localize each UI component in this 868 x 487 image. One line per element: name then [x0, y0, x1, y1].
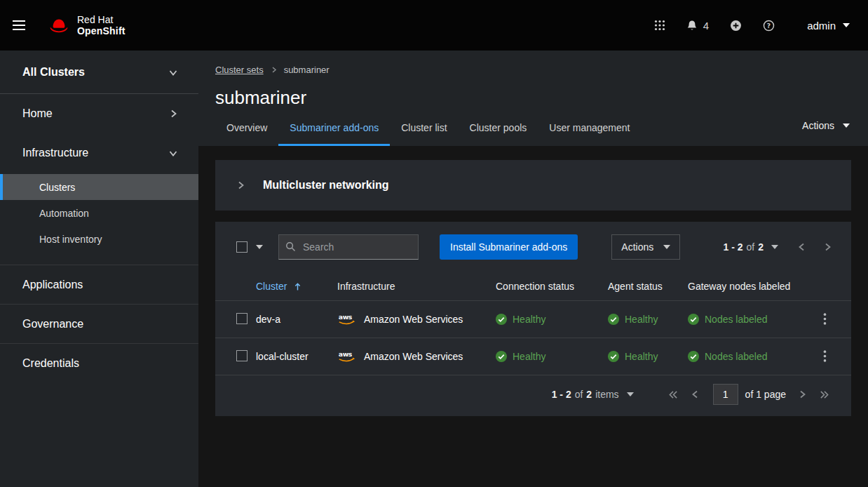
agent-status: Healthy [608, 314, 677, 325]
sidebar-item-credentials[interactable]: Credentials [0, 343, 198, 382]
row-checkbox[interactable] [236, 313, 247, 324]
status-label: Nodes labeled [705, 351, 768, 362]
col-header-agent-status: Agent status [608, 272, 688, 301]
pagination-total: 2 [586, 389, 592, 400]
table-actions-dropdown[interactable]: Actions [611, 234, 680, 260]
help-button[interactable]: ? [763, 20, 775, 32]
search-icon [285, 241, 296, 252]
page-actions-dropdown[interactable]: Actions [801, 116, 851, 135]
content-area: Multicluster networking Install Submarin… [198, 146, 868, 430]
tab-user-management[interactable]: User management [538, 113, 641, 146]
pagination-items-label: items [595, 389, 618, 400]
add-button[interactable] [730, 20, 742, 32]
page-number-input[interactable] [713, 384, 738, 405]
page-count-label: of 1 page [745, 389, 786, 400]
sidebar-item-label: Infrastructure [22, 147, 88, 159]
sort-arrow-up-icon [294, 282, 301, 291]
status-label: Healthy [513, 351, 545, 362]
multicluster-networking-card: Multicluster networking [215, 160, 851, 211]
sidebar-item-applications[interactable]: Applications [0, 265, 198, 304]
sidebar-item-label: Clusters [39, 182, 75, 193]
app-launcher-button[interactable] [654, 20, 665, 31]
brand-line1: Red Hat [77, 14, 126, 25]
table-row: dev-a aws Amazon Web Services [215, 301, 851, 338]
notifications-button[interactable]: 4 [686, 20, 709, 32]
plus-circle-icon [730, 20, 742, 32]
nav-toggle-button[interactable] [13, 20, 25, 30]
svg-text:aws: aws [339, 313, 353, 321]
kebab-icon [823, 313, 827, 325]
row-kebab-button[interactable] [819, 349, 831, 363]
redhat-hat-icon [48, 15, 70, 36]
tab-cluster-pools[interactable]: Cluster pools [459, 113, 538, 146]
last-page-button[interactable] [813, 386, 836, 403]
clusters-table-card: Install Submariner add-ons Actions 1 - 2… [215, 222, 851, 416]
page-title: submariner [215, 86, 851, 109]
chevron-down-icon [169, 149, 177, 157]
sidebar-item-host-inventory[interactable]: Host inventory [0, 226, 198, 252]
infrastructure-cell: aws Amazon Web Services [337, 350, 484, 363]
caret-down-icon [771, 245, 778, 249]
angle-double-left-icon [668, 390, 679, 399]
page-actions-label: Actions [802, 120, 834, 131]
bottom-pagination: 1 - 2 of 2 items of 1 page [215, 375, 851, 416]
sidebar-item-automation[interactable]: Automation [0, 200, 198, 226]
expand-toggle-button[interactable] [236, 181, 245, 189]
tab-overview[interactable]: Overview [215, 113, 278, 146]
sidebar-item-clusters[interactable]: Clusters [0, 174, 198, 200]
check-circle-icon [688, 351, 699, 362]
tab-cluster-list[interactable]: Cluster list [390, 113, 458, 146]
top-pagination: 1 - 2 of 2 [724, 237, 841, 257]
gateway-status: Nodes labeled [688, 351, 808, 362]
first-page-button[interactable] [662, 386, 685, 403]
redhat-openshift-logo: Red Hat OpenShift [48, 14, 126, 36]
prev-page-button[interactable] [685, 386, 706, 403]
top-pagination-menu-button[interactable]: 1 - 2 of 2 [724, 241, 779, 253]
row-checkbox[interactable] [236, 350, 247, 361]
sidebar-item-governance[interactable]: Governance [0, 304, 198, 343]
infrastructure-label: Amazon Web Services [364, 314, 463, 325]
cluster-name: local-cluster [256, 351, 308, 362]
perspective-switcher[interactable]: All Clusters [0, 51, 198, 94]
check-circle-icon [496, 314, 507, 325]
bulk-select-caret-button[interactable] [256, 245, 263, 249]
bell-icon [686, 20, 698, 32]
bulk-select-checkbox[interactable] [236, 241, 247, 253]
col-header-cluster: Cluster [256, 272, 337, 301]
sidebar-item-label: Automation [39, 208, 89, 219]
breadcrumb: Cluster sets submariner [215, 65, 851, 75]
sort-by-cluster-button[interactable]: Cluster [256, 281, 301, 292]
col-header-infrastructure: Infrastructure [337, 272, 496, 301]
apps-grid-icon [654, 20, 665, 31]
items-per-page-button[interactable]: 1 - 2 of 2 items [552, 389, 634, 400]
angle-left-icon [798, 243, 806, 251]
hamburger-icon [13, 20, 25, 30]
table-header-row: Cluster Infrastructure Connection status… [215, 272, 851, 301]
breadcrumb-link-cluster-sets[interactable]: Cluster sets [215, 65, 264, 75]
infrastructure-subnav: Clusters Automation Host inventory [0, 173, 198, 265]
pagination-range: 1 - 2 [552, 389, 571, 400]
user-menu-button[interactable]: admin [807, 20, 850, 32]
page-navigation: of 1 page [662, 384, 836, 405]
sidebar-item-infrastructure[interactable]: Infrastructure [0, 133, 198, 173]
agent-status: Healthy [608, 351, 677, 362]
angle-double-right-icon [819, 390, 829, 399]
install-submariner-button[interactable]: Install Submariner add-ons [440, 234, 578, 260]
sidebar-item-home[interactable]: Home [0, 94, 198, 133]
top-next-page-button[interactable] [815, 237, 840, 257]
search-input[interactable] [278, 234, 419, 260]
angle-left-icon [691, 390, 700, 399]
col-header-actions [819, 272, 851, 301]
brand-line2: OpenShift [77, 25, 126, 36]
status-label: Nodes labeled [705, 314, 768, 325]
clusters-table: Cluster Infrastructure Connection status… [215, 272, 851, 375]
pagination-total: 2 [758, 241, 764, 253]
infrastructure-label: Amazon Web Services [364, 351, 463, 362]
tab-submariner-add-ons[interactable]: Submariner add-ons [278, 113, 390, 146]
sidebar-item-label: Applications [22, 279, 83, 291]
row-kebab-button[interactable] [819, 312, 831, 326]
next-page-button[interactable] [792, 386, 813, 403]
top-prev-page-button[interactable] [789, 237, 815, 257]
aws-icon: aws [337, 313, 357, 326]
connection-status: Healthy [496, 351, 597, 362]
